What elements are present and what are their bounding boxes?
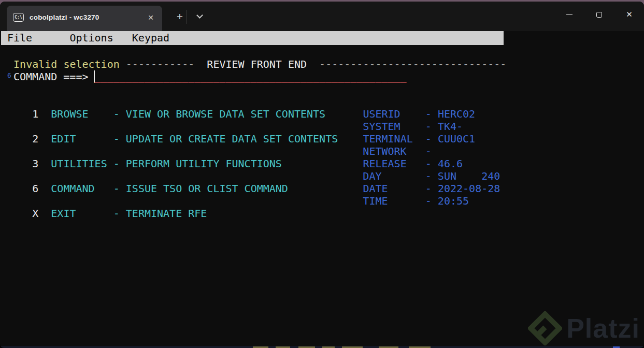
platzi-wordmark: Platzi	[566, 313, 640, 344]
option-row-command: 6 COMMAND - ISSUE TSO OR CLIST COMMAND D…	[7, 182, 644, 195]
blank-row	[7, 46, 644, 58]
screen-header-line: Invalid selection ----------- REVIEW FRO…	[7, 58, 644, 70]
platzi-watermark: Platzi	[528, 311, 640, 345]
maximize-icon	[596, 12, 602, 18]
option-row-edit: 2 EDIT - UPDATE OR CREATE DATA SET CONTE…	[7, 133, 644, 145]
menu-item-file[interactable]: File	[7, 31, 32, 45]
maximize-button[interactable]	[587, 4, 611, 25]
option-row-exit: X EXIT - TERMINATE RFE	[7, 207, 644, 220]
session-info-day: DAY - SUN 240	[7, 170, 644, 182]
wc3270-window: C:\ cobolplatzi - wc3270 ✕ + ✕ FileOpt	[0, 2, 644, 348]
session-info-network: NETWORK -	[7, 145, 644, 157]
tab-divider	[187, 10, 187, 24]
terminal-icon: C:\	[13, 13, 24, 22]
terminal-icon-text: C:\	[15, 15, 22, 20]
titlebar: C:\ cobolplatzi - wc3270 ✕ + ✕	[0, 2, 644, 31]
minimize-button[interactable]	[557, 4, 581, 25]
chevron-down-icon	[196, 12, 203, 19]
platzi-logo-icon	[528, 311, 562, 345]
option-row-utilities: 3 UTILITIES - PERFORM UTILITY FUNCTIONS …	[7, 157, 644, 170]
tab-title: cobolplatzi - wc3270	[30, 13, 99, 21]
close-button[interactable]: ✕	[617, 4, 641, 25]
terminal-screen[interactable]: Invalid selection ----------- REVIEW FRO…	[1, 46, 644, 345]
blank-row	[7, 83, 644, 95]
plus-icon: +	[177, 10, 183, 23]
text-cursor: ________________________________________…	[94, 70, 407, 83]
blank-row	[7, 95, 644, 108]
minimize-icon	[566, 15, 573, 15]
tab-dropdown-button[interactable]	[190, 9, 209, 24]
close-icon[interactable]: ✕	[146, 12, 156, 23]
terminal-tab[interactable]: C:\ cobolplatzi - wc3270 ✕	[7, 6, 162, 31]
menu-bar: FileOptionsKeypad	[1, 31, 504, 45]
command-input-line[interactable]: 6COMMAND ===> __________________________…	[7, 70, 644, 83]
session-info-system: SYSTEM - TK4-	[7, 120, 644, 133]
new-tab-button[interactable]: +	[171, 9, 189, 24]
close-icon: ✕	[626, 10, 633, 19]
menu-item-options[interactable]: Options	[69, 31, 113, 45]
menu-item-keypad[interactable]: Keypad	[132, 31, 169, 45]
option-row-browse: 1 BROWSE - VIEW OR BROWSE DATA SET CONTE…	[7, 108, 644, 120]
taskbar-sliver	[0, 346, 644, 348]
session-info-time: TIME - 20:55	[7, 195, 644, 207]
screen: C:\ cobolplatzi - wc3270 ✕ + ✕ FileOpt	[0, 0, 644, 348]
